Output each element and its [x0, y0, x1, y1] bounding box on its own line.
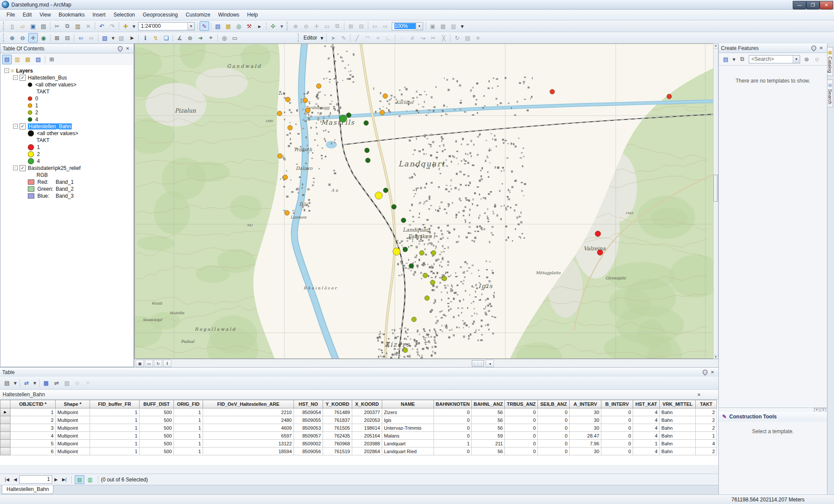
menu-customize[interactable]: Customize — [182, 10, 214, 19]
column-header-BAHNL_ANZ[interactable]: BAHNL_ANZ — [472, 400, 505, 408]
table-options-icon[interactable]: ▤ — [2, 378, 12, 388]
straight-segment-icon[interactable]: ╱ — [352, 33, 362, 43]
zoom-to-selected-icon[interactable]: ⊕ — [73, 378, 82, 388]
editor-dropdown-icon[interactable]: ▾ — [319, 33, 324, 43]
side-tab-search[interactable]: ◎Search — [827, 80, 833, 107]
column-header-FID_buffer_FR[interactable]: FID_buffer_FR — [90, 400, 140, 408]
close-button[interactable]: ✕ — [820, 1, 833, 10]
create-features-close-icon[interactable]: ✕ — [817, 44, 825, 52]
undo-icon[interactable]: ↶ — [97, 21, 107, 31]
record-number-input[interactable]: 1 — [19, 475, 52, 484]
search-window-icon[interactable]: ◎ — [234, 21, 244, 31]
layer-checkbox[interactable]: ✓ — [20, 123, 26, 129]
hscroll-thumb[interactable]: ⋮⋮⋮ — [472, 360, 484, 367]
next-record-button[interactable]: ▶ — [52, 476, 60, 483]
find-icon[interactable]: ⊚ — [185, 33, 195, 43]
layer-label-basisdaten-pk25-relief[interactable]: Basisdaten\pk25_relief — [28, 165, 80, 171]
find-route-icon[interactable]: ➔ — [196, 33, 205, 43]
organize-dropdown-icon[interactable]: ▾ — [731, 54, 737, 64]
arctoolbox-icon[interactable]: ⚒ — [244, 21, 254, 31]
column-header-HST_NO[interactable]: HST_NO — [294, 400, 323, 408]
row-selector[interactable] — [0, 448, 10, 455]
table-options-dropdown-icon[interactable]: ▾ — [13, 378, 18, 388]
layout-fixed-zoom-in-icon[interactable]: ⊞ — [346, 21, 356, 31]
column-header-HST_KAT[interactable]: HST_KAT — [633, 400, 660, 408]
pan-icon[interactable]: ✛ — [28, 33, 38, 43]
add-data-icon[interactable]: ✚ — [121, 21, 130, 31]
measure-icon[interactable]: ∡ — [175, 33, 184, 43]
menu-view[interactable]: View — [36, 10, 55, 19]
related-tables-icon[interactable]: ⇄ — [22, 378, 31, 388]
layout-view-icon[interactable]: ▭ — [145, 360, 153, 367]
layout-zoom-combo-arrow-icon[interactable]: ▼ — [416, 23, 423, 30]
column-header-ORIG_FID[interactable]: ORIG_FID — [174, 400, 203, 408]
redo-icon[interactable]: ↷ — [107, 21, 117, 31]
toc-options-icon[interactable]: ⊞ — [47, 55, 57, 64]
editor-toolbar-toggle-icon[interactable]: ✎ — [200, 21, 209, 31]
edit-tool-icon[interactable]: ➤ — [328, 33, 338, 43]
layout-go-forward-icon[interactable]: ⇨ — [380, 21, 390, 31]
show-all-records-icon[interactable]: ▤ — [75, 475, 84, 484]
menu-edit[interactable]: Edit — [19, 10, 36, 19]
layer-checkbox[interactable]: ✓ — [20, 165, 26, 171]
layout-zoom-whole-page-icon[interactable]: ▭ — [322, 21, 332, 31]
pause-drawing-icon[interactable]: ‖ — [163, 360, 171, 367]
layout-fixed-zoom-out-icon[interactable]: ⊟ — [357, 21, 366, 31]
trace-icon[interactable]: ≈ — [373, 33, 383, 43]
column-header-X_KOORD[interactable]: X_KOORD — [352, 400, 382, 408]
table-of-contents-window-icon[interactable]: ▤ — [213, 21, 223, 31]
fixed-zoom-out-icon[interactable]: ⊟ — [63, 33, 72, 43]
map-vertical-scrollbar[interactable]: ▲ ▼ — [713, 43, 718, 359]
editor-menu-button[interactable]: Editor — [302, 35, 319, 41]
row-selector[interactable] — [0, 424, 10, 432]
layer-checkbox[interactable]: ✓ — [20, 75, 26, 81]
add-data-dropdown-icon[interactable]: ▾ — [131, 21, 137, 31]
maximize-button[interactable]: ❐ — [806, 1, 820, 10]
last-record-button[interactable]: ▶| — [60, 476, 69, 483]
map-scale-combo-arrow-icon[interactable]: ▼ — [187, 23, 194, 30]
create-features-pin-icon[interactable] — [810, 44, 817, 52]
full-extent-icon[interactable]: ◉ — [39, 33, 48, 43]
column-header-NAME[interactable]: NAME — [382, 400, 434, 408]
menu-help[interactable]: Help — [243, 10, 262, 19]
menu-selection[interactable]: Selection — [110, 10, 139, 19]
viewer-window-icon[interactable]: ▭ — [230, 33, 240, 43]
clear-table-selection-icon[interactable]: ▨ — [62, 378, 72, 388]
go-to-xy-icon[interactable]: ⌖ — [206, 33, 216, 43]
delete-selected-icon[interactable]: ✕ — [83, 378, 93, 388]
column-header-BUFF_DIST[interactable]: BUFF_DIST — [140, 400, 174, 408]
copy-icon[interactable]: ⧉ — [63, 21, 72, 31]
vscroll-thumb[interactable] — [714, 175, 718, 202]
paste-icon[interactable]: ▥ — [73, 21, 83, 31]
edit-vertices-icon[interactable]: # — [407, 33, 417, 43]
cut-icon[interactable]: ✂ — [52, 21, 62, 31]
table-layer-close-icon[interactable]: ✕ — [695, 391, 703, 398]
clear-search-icon[interactable]: ⊘ — [812, 54, 822, 64]
column-header-TAKT[interactable]: TAKT — [696, 400, 717, 408]
edit-annotation-tool-icon[interactable]: ✎ — [339, 33, 348, 43]
column-header-SEILB_ANZ[interactable]: SEILB_ANZ — [538, 400, 570, 408]
search-dropdown-icon[interactable]: ▼ — [793, 56, 800, 63]
html-popup-icon[interactable]: ❏ — [161, 33, 171, 43]
column-header-A_INTERV[interactable]: A_INTERV — [570, 400, 601, 408]
new-document-icon[interactable]: ▯ — [7, 21, 17, 31]
toolbar-overflow-icon[interactable]: ▾ — [279, 21, 285, 31]
list-by-source-icon[interactable]: ▥ — [13, 55, 22, 64]
docked-tab-search[interactable]: Search — [827, 89, 833, 104]
switch-selection-icon[interactable]: ⇌ — [52, 378, 61, 388]
list-by-visibility-icon[interactable]: ▦ — [23, 55, 33, 64]
docked-tab-catalog[interactable]: Catalog — [827, 56, 833, 73]
toc-pin-icon[interactable] — [117, 45, 124, 52]
column-header-VRK_MITTEL[interactable]: VRK_MITTEL — [660, 400, 696, 408]
panel-splitter[interactable]: ▾ ≡ — [719, 408, 827, 411]
related-tables-dropdown-icon[interactable]: ▾ — [32, 378, 37, 388]
side-tab-catalog[interactable]: ▦Catalog — [827, 47, 833, 76]
column-header-B_INTERV[interactable]: B_INTERV — [601, 400, 633, 408]
hyperlink-icon[interactable]: ↯ — [151, 33, 160, 43]
layer-expander-icon[interactable]: − — [13, 75, 18, 80]
right-angle-icon[interactable]: ∟ — [384, 33, 393, 43]
select-by-attributes-icon[interactable]: ▦ — [41, 378, 51, 388]
layer-label-haltestellen-bus[interactable]: Haltestellen_Bus — [28, 75, 67, 81]
layers-expander-icon[interactable]: − — [4, 68, 9, 73]
layout-zoom-in-icon[interactable]: ⊕ — [291, 21, 300, 31]
